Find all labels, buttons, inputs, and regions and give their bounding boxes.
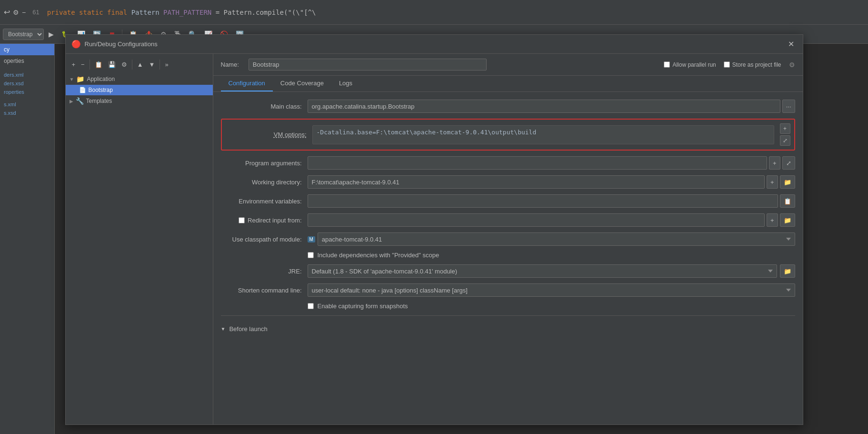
main-class-label: Main class: [221,103,302,110]
tree-separator-1 [90,60,90,70]
redirect-row: Redirect input from: + 📁 [221,213,795,227]
classpath-select[interactable]: apache-tomcat-9.0.41 [318,232,795,246]
redirect-checkbox[interactable] [239,217,245,223]
main-class-browse-button[interactable]: ··· [782,100,795,113]
tab-code-coverage[interactable]: Code Coverage [273,76,331,91]
program-args-expand-button[interactable]: ⤢ [782,156,795,170]
tree-up-button[interactable]: ▲ [135,60,146,70]
jre-browse-button[interactable]: 📁 [780,264,795,278]
application-expand-arrow: ▼ [70,77,74,82]
run-debug-dialog: 🔴 Run/Debug Configurations ✕ + − 📋 💾 ⚙ ▲… [65,34,803,425]
tree-panel: + − 📋 💾 ⚙ ▲ ▼ » ▼ 📁 Application [66,54,213,424]
tree-node-templates[interactable]: ▶ 🔧 Templates [66,95,213,107]
redirect-add-button[interactable]: + [767,213,778,227]
store-gear-icon[interactable]: ⚙ [789,61,795,69]
allow-parallel-label: Allow parallel run [672,61,716,68]
tree-copy-button[interactable]: 📋 [92,60,105,70]
vm-options-input[interactable]: -Dcatalina.base=F:\tomcat\apache-tomcat-… [312,125,774,144]
env-vars-input-group: 📋 [308,194,795,208]
program-args-input[interactable] [308,156,767,170]
tree-settings-button[interactable]: ⚙ [119,60,130,70]
store-project-checkbox-label[interactable]: Store as project file [724,61,781,68]
enable-snapshots-label: Enable capturing form snapshots [318,303,408,310]
store-project-label: Store as project file [732,61,781,68]
working-dir-row: Working directory: + 📁 [221,175,795,189]
redirect-input-group: + 📁 [308,213,795,227]
tree-node-bootstrap[interactable]: 📄 Bootstrap [66,85,213,95]
tree-node-application[interactable]: ▼ 📁 Application [66,73,213,85]
env-vars-row: Environment variables: 📋 [221,194,795,208]
tab-configuration[interactable]: Configuration [221,76,273,91]
tree-remove-button[interactable]: − [79,60,87,70]
working-dir-label: Working directory: [221,179,302,186]
jre-label: JRE: [221,268,302,275]
working-dir-browse-button[interactable]: 📁 [780,175,795,189]
dialog-title: 🔴 Run/Debug Configurations [71,40,158,49]
config-panel: Name: Allow parallel run Store as projec… [213,54,803,424]
tree-save-button[interactable]: 💾 [106,60,118,70]
config-checkboxes: Allow parallel run Store as project file… [664,61,795,69]
working-dir-input[interactable] [308,175,765,189]
config-header: Name: Allow parallel run Store as projec… [213,54,803,76]
working-dir-input-group: + 📁 [308,175,795,189]
templates-expand-arrow: ▶ [70,99,73,104]
redirect-browse-button[interactable]: 📁 [780,213,795,227]
env-vars-input[interactable] [308,194,778,208]
before-launch-section[interactable]: ▼ Before launch [221,322,795,336]
settings-icon[interactable]: ⚙ [13,9,19,16]
dialog-close-button[interactable]: ✕ [785,39,797,50]
program-args-label: Program arguments: [221,160,302,167]
line-number: 61 [32,9,39,16]
form-content: Main class: ··· VM options: -Dcatalina.b… [213,92,803,424]
redirect-checkbox-group: Redirect input from: [221,217,302,224]
program-args-add-button[interactable]: + [769,156,780,170]
tree-separator-3 [160,60,160,70]
enable-snapshots-checkbox[interactable] [308,303,314,309]
application-folder-icon: 📁 [76,75,84,83]
shorten-cmd-select[interactable]: user-local default: none - java [options… [308,283,795,297]
program-args-input-group: + ⤢ [308,156,795,170]
bootstrap-label: Bootstrap [89,87,113,93]
tree-down-button[interactable]: ▼ [147,60,158,70]
dialog-title-text: Run/Debug Configurations [85,40,158,48]
enable-snapshots-row: Enable capturing form snapshots [221,303,795,310]
main-class-input-group: ··· [308,100,795,113]
allow-parallel-checkbox-label[interactable]: Allow parallel run [664,61,716,68]
redirect-label: Redirect input from: [248,217,301,224]
before-launch-arrow: ▼ [221,326,226,332]
tree-add-button[interactable]: + [70,60,78,70]
redirect-input[interactable] [308,213,765,227]
dialog-body: + − 📋 💾 ⚙ ▲ ▼ » ▼ 📁 Application [66,54,803,424]
templates-label: Templates [86,98,112,104]
templates-wrench-icon: 🔧 [76,97,84,105]
dialog-title-bar: 🔴 Run/Debug Configurations ✕ [66,35,803,54]
dialog-title-icon: 🔴 [71,40,81,49]
working-dir-add-button[interactable]: + [767,175,778,189]
jre-input-group: Default (1.8 - SDK of 'apache-tomcat-9.0… [308,264,795,278]
env-vars-browse-button[interactable]: 📋 [780,194,795,208]
shorten-cmd-label: Shorten command line: [221,287,302,294]
include-deps-row: Include dependencies with "Provided" sco… [221,252,795,259]
vm-options-row: VM options: -Dcatalina.base=F:\tomcat\ap… [221,119,795,151]
application-label: Application [87,76,115,82]
main-class-input[interactable] [308,100,780,113]
name-label: Name: [221,61,239,68]
tab-logs[interactable]: Logs [331,76,360,91]
classpath-select-group: M apache-tomcat-9.0.41 [308,232,795,246]
jre-row: JRE: Default (1.8 - SDK of 'apache-tomca… [221,264,795,278]
classpath-row: Use classpath of module: M apache-tomcat… [221,232,795,246]
name-input[interactable] [249,59,487,71]
allow-parallel-checkbox[interactable] [664,61,670,68]
tree-more-button[interactable]: » [162,60,170,70]
section-divider [221,315,795,316]
include-deps-checkbox[interactable] [308,252,314,258]
vm-options-add-button[interactable]: + [780,123,790,134]
minimize-icon[interactable]: − [22,9,26,16]
before-launch-label: Before launch [229,325,267,333]
jre-select[interactable]: Default (1.8 - SDK of 'apache-tomcat-9.0… [308,264,777,278]
back-icon[interactable]: ↩ [4,8,10,17]
vm-options-expand-button[interactable]: ⤢ [780,135,790,146]
vm-options-buttons: + ⤢ [780,123,790,146]
store-project-checkbox[interactable] [724,61,730,68]
shorten-cmd-row: Shorten command line: user-local default… [221,283,795,297]
